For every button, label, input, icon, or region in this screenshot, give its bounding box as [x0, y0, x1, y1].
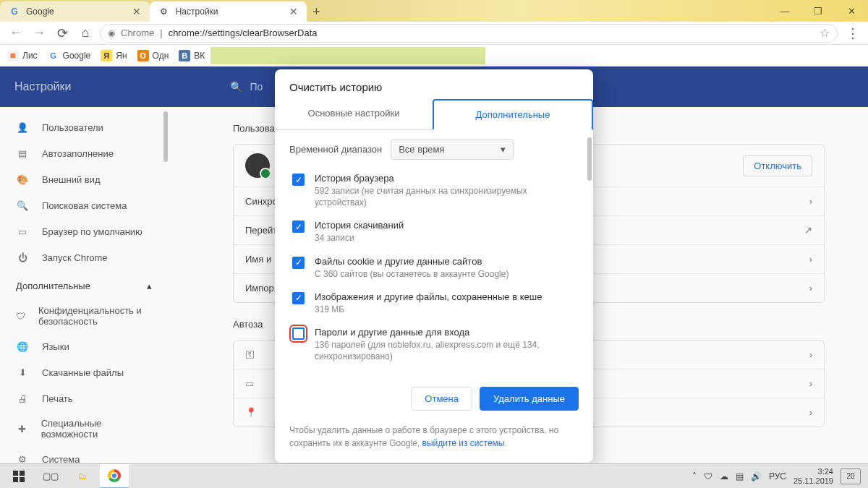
forward-button: → [30, 25, 48, 42]
system-tray: ˄ 🛡 ☁ ▤ 🔊 РУС 3:24 25.11.2019 20 [692, 467, 864, 485]
gear-favicon: ⚙ [158, 6, 170, 17]
time-range-select[interactable]: Все время ▾ [391, 139, 514, 160]
checkbox[interactable]: ✓ [292, 221, 305, 233]
checkbox-sublabel: С 360 сайтов (вы останетесь в аккаунте G… [315, 268, 509, 280]
svg-rect-0 [13, 471, 18, 476]
checkbox-label: Изображения и другие файлы, сохраненные … [315, 291, 542, 302]
checkbox-label: Пароли и другие данные для входа [315, 327, 580, 338]
language-indicator[interactable]: РУС [769, 471, 786, 481]
time-range-row: Временной диапазон Все время ▾ [289, 139, 590, 160]
bookmark-vk[interactable]: BВК [179, 50, 205, 61]
page-content: Настройки 🔍 По 👤Пользователи▤Автозаполне… [0, 67, 868, 463]
taskview-button[interactable]: ▢▢ [36, 464, 65, 489]
bookmark-star-icon[interactable]: ☆ [820, 26, 830, 40]
dialog-footnote: Чтобы удалить данные о работе в браузере… [275, 421, 593, 463]
dialog-title: Очистить историю [275, 69, 593, 99]
checkbox-sublabel: 592 записи (не считая данных на синхрони… [315, 185, 580, 208]
checkbox-label: История браузера [315, 173, 580, 184]
checkbox-item: ✓Изображения и другие файлы, сохраненные… [289, 286, 590, 321]
checkbox[interactable] [292, 328, 305, 340]
security-icon[interactable]: 🛡 [704, 471, 712, 481]
url-input[interactable]: ◉ Chrome | chrome://settings/clearBrowse… [100, 24, 838, 43]
cancel-button[interactable]: Отмена [411, 387, 472, 411]
tab-advanced[interactable]: Дополнительные [433, 99, 593, 130]
tray-expand-icon[interactable]: ˄ [692, 471, 697, 481]
tab-title: Настройки [176, 7, 218, 17]
checkbox-label: История скачиваний [315, 220, 404, 231]
signout-link[interactable]: выйдите из системы [422, 438, 505, 448]
svg-rect-3 [20, 477, 25, 482]
checkbox[interactable]: ✓ [292, 292, 305, 304]
bookmarks-bar: ▦Лис GGoogle ЯЯн OОдн BВК [0, 45, 868, 67]
dialog-tabs: Основные настройки Дополнительные [275, 99, 593, 130]
dropdown-arrow-icon: ▾ [501, 144, 506, 155]
checkbox-sublabel: 136 паролей (для noblefox.ru, aliexpress… [315, 339, 580, 362]
browser-menu-button[interactable]: ⋮ [843, 25, 861, 42]
network-icon[interactable]: ▤ [736, 471, 744, 481]
cloud-icon[interactable]: ☁ [720, 471, 728, 481]
yandex-icon: Я [101, 50, 112, 61]
browser-tab-settings[interactable]: ⚙ Настройки ✕ [150, 1, 307, 22]
checkbox-item: Пароли и другие данные для входа136 паро… [289, 321, 590, 368]
browser-tab-google[interactable]: G Google ✕ [0, 1, 150, 22]
google-favicon: G [9, 6, 20, 17]
checkbox[interactable]: ✓ [292, 257, 305, 269]
grid-icon: ▦ [7, 50, 19, 61]
clear-history-dialog: Очистить историю Основные настройки Допо… [275, 69, 593, 463]
close-tab-icon[interactable]: ✕ [131, 6, 142, 17]
address-bar: ← → ⟳ ⌂ ◉ Chrome | chrome://settings/cle… [0, 22, 868, 45]
clock[interactable]: 3:24 25.11.2019 [793, 467, 833, 485]
notifications-button[interactable]: 20 [841, 468, 861, 484]
google-icon: G [48, 50, 59, 61]
bookmark-highlight [210, 47, 485, 64]
bookmark-google[interactable]: GGoogle [48, 50, 91, 61]
delete-data-button[interactable]: Удалить данные [480, 387, 579, 411]
home-button[interactable]: ⌂ [77, 25, 94, 42]
svg-rect-1 [20, 471, 25, 476]
back-button[interactable]: ← [7, 25, 25, 42]
minimize-button[interactable]: — [768, 0, 801, 22]
checkbox-sublabel: 319 МБ [315, 304, 542, 315]
explorer-button[interactable]: 🗂 [68, 464, 97, 489]
tab-title: Google [26, 7, 54, 17]
bookmark-yandex[interactable]: ЯЯн [101, 50, 127, 61]
checkbox-item: ✓История скачиваний34 записи [289, 214, 590, 249]
svg-rect-2 [13, 477, 18, 482]
checkbox[interactable]: ✓ [292, 174, 305, 186]
tab-basic[interactable]: Основные настройки [275, 99, 433, 129]
reload-button[interactable]: ⟳ [54, 25, 71, 42]
checkbox-item: ✓Файлы cookie и другие данные сайтовС 36… [289, 250, 590, 286]
checkbox-item: ✓История браузера592 записи (не считая д… [289, 167, 590, 214]
volume-icon[interactable]: 🔊 [751, 471, 762, 481]
windows-taskbar: ▢▢ 🗂 ˄ 🛡 ☁ ▤ 🔊 РУС 3:24 25.11.2019 20 [0, 463, 868, 488]
time-range-label: Временной диапазон [289, 144, 382, 155]
checkbox-sublabel: 34 записи [315, 232, 404, 244]
close-tab-icon[interactable]: ✕ [288, 6, 299, 17]
maximize-button[interactable]: ❐ [801, 0, 835, 22]
window-titlebar: G Google ✕ ⚙ Настройки ✕ + — ❐ ✕ [0, 0, 868, 22]
bookmark-lis[interactable]: ▦Лис [7, 50, 38, 61]
ok-icon: O [137, 50, 149, 61]
chrome-taskbar-button[interactable] [100, 464, 129, 489]
url-protocol: Chrome [121, 27, 154, 38]
dialog-overlay: Очистить историю Основные настройки Допо… [0, 67, 868, 463]
start-button[interactable] [4, 464, 33, 489]
vk-icon: B [179, 50, 190, 61]
close-window-button[interactable]: ✕ [835, 0, 868, 22]
new-tab-button[interactable]: + [307, 1, 327, 22]
url-text: chrome://settings/clearBrowserData [169, 27, 318, 38]
bookmark-ok[interactable]: OОдн [137, 50, 169, 61]
checkbox-label: Файлы cookie и другие данные сайтов [315, 256, 509, 267]
chrome-icon: ◉ [108, 28, 115, 38]
